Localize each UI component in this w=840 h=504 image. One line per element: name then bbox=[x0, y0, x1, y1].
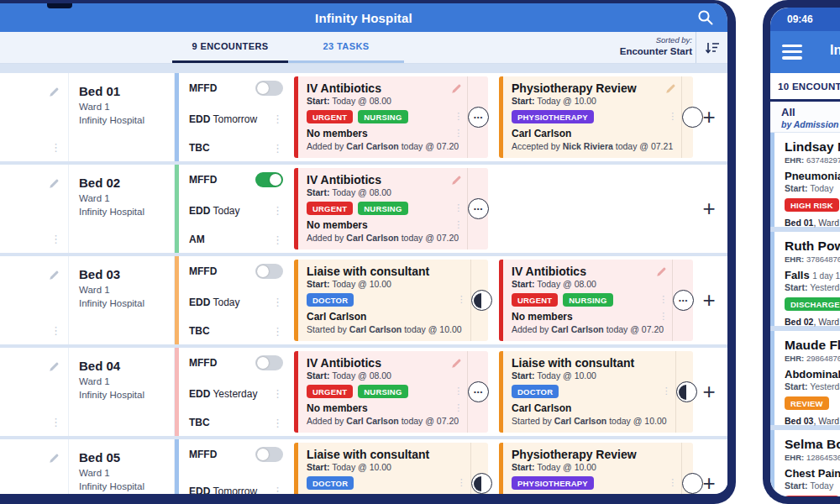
encounter-row: Bed 03 Ward 1 Infinity Hospital MFFD EDD… bbox=[0, 256, 727, 344]
edit-pencil-icon[interactable] bbox=[49, 270, 60, 281]
task-status-button[interactable] bbox=[675, 351, 697, 433]
bed-info[interactable]: Bed 03 Ward 1 Infinity Hospital bbox=[69, 256, 175, 344]
status-in-progress-icon bbox=[676, 381, 697, 402]
task-menu-icon[interactable] bbox=[457, 478, 466, 487]
row-menu-icon[interactable] bbox=[50, 142, 61, 153]
edit-pencil-icon[interactable] bbox=[49, 453, 60, 464]
edit-task-icon[interactable] bbox=[451, 175, 462, 186]
patient-ehr: EHR: 6374829739 bbox=[785, 155, 840, 165]
slot-menu-icon[interactable] bbox=[272, 234, 283, 245]
status-in-progress-icon bbox=[471, 290, 492, 311]
hamburger-menu-icon[interactable] bbox=[782, 45, 802, 63]
high-risk-badge: HIGH RISK bbox=[785, 198, 839, 212]
task-title: Liaise with consultant bbox=[512, 356, 667, 370]
task-title: IV Antibiotics bbox=[307, 356, 459, 370]
task-card[interactable]: Physiotherapy Review Start: Today @ 10.0… bbox=[499, 76, 693, 158]
task-card[interactable]: IV Antibiotics Start: Today @ 08.00 URGE… bbox=[294, 168, 488, 249]
edit-pencil-icon[interactable] bbox=[49, 361, 60, 372]
task-card[interactable]: Liaise with consultant Start: Today @ 10… bbox=[499, 351, 693, 433]
mffd-toggle[interactable] bbox=[255, 355, 283, 370]
add-task-button[interactable] bbox=[698, 198, 720, 220]
task-status-button[interactable] bbox=[467, 76, 489, 158]
task-menu-icon[interactable] bbox=[454, 203, 463, 213]
bed-info[interactable]: Bed 05 Ward 1 Infinity Hospital bbox=[69, 439, 175, 504]
task-card[interactable]: IV Antibiotics Start: Today @ 08.00 URGE… bbox=[294, 351, 488, 433]
mffd-toggle[interactable] bbox=[255, 264, 283, 279]
bed-info[interactable]: Bed 01 Ward 1 Infinity Hospital bbox=[69, 73, 175, 161]
edit-pencil-icon[interactable] bbox=[49, 178, 60, 189]
task-area: IV Antibiotics Start: Today @ 08.00 URGE… bbox=[290, 348, 727, 436]
edd-menu-icon[interactable] bbox=[272, 297, 283, 307]
encounter-edit-cell bbox=[0, 439, 69, 504]
task-members: Carl Carlson bbox=[512, 402, 667, 414]
bed-info[interactable]: Bed 02 Ward 1 Infinity Hospital bbox=[69, 165, 175, 253]
slot-menu-icon[interactable] bbox=[272, 326, 283, 337]
edd-menu-icon[interactable] bbox=[272, 388, 283, 399]
edit-task-icon[interactable] bbox=[451, 83, 462, 94]
row-menu-icon[interactable] bbox=[50, 234, 61, 244]
task-menu-icon[interactable] bbox=[454, 129, 463, 138]
add-task-button[interactable] bbox=[698, 473, 720, 495]
patient-card[interactable]: Selma Bouvier EHR: 1286453631 Chest Pain… bbox=[770, 430, 840, 496]
patient-card[interactable]: Lindsay Naegle EHR: 6374829739 Pneumonia… bbox=[770, 133, 840, 227]
mffd-label: MFFD bbox=[189, 449, 217, 460]
task-status-button[interactable] bbox=[470, 443, 492, 504]
task-card[interactable]: Liaise with consultant Start: Today @ 10… bbox=[294, 260, 488, 341]
task-card[interactable]: Liaise with consultant Start: Today @ 10… bbox=[294, 443, 488, 504]
task-menu-icon[interactable] bbox=[668, 478, 677, 487]
edd-menu-icon[interactable] bbox=[272, 205, 283, 216]
task-menu-icon[interactable] bbox=[454, 386, 463, 396]
patient-card[interactable]: Ruth Powers EHR: 3786487651 Falls 1 day … bbox=[770, 232, 840, 326]
nursing-badge: NURSING bbox=[358, 110, 407, 123]
bed-info[interactable]: Bed 04 Ward 1 Infinity Hospital bbox=[69, 348, 175, 436]
tab-tasks[interactable]: 23 TASKS bbox=[288, 32, 404, 63]
patient-name: Maude Flanders bbox=[785, 338, 840, 353]
add-task-button[interactable] bbox=[698, 381, 720, 403]
task-status-button[interactable] bbox=[470, 260, 492, 341]
task-menu-icon[interactable] bbox=[454, 112, 463, 121]
mffd-toggle[interactable] bbox=[255, 447, 283, 462]
phone-filter-bar[interactable]: All by Admission date bbox=[770, 102, 840, 133]
task-status-button[interactable] bbox=[672, 260, 694, 341]
edd-label: EDD bbox=[189, 113, 210, 125]
task-card[interactable]: Physiotherapy Review Start: Today @ 10.0… bbox=[499, 443, 693, 504]
row-menu-icon[interactable] bbox=[50, 325, 61, 336]
task-card[interactable]: IV Antibiotics Start: Today @ 08.00 URGE… bbox=[294, 76, 488, 158]
mffd-toggle[interactable] bbox=[255, 81, 283, 96]
edit-task-icon[interactable] bbox=[451, 358, 462, 369]
edit-pencil-icon[interactable] bbox=[49, 87, 60, 97]
patient-card[interactable]: Maude Flanders EHR: 2986487631 Abdominal… bbox=[770, 331, 840, 425]
edit-task-icon[interactable] bbox=[665, 83, 676, 94]
task-status-button[interactable] bbox=[467, 351, 489, 433]
ward-name: Ward 1 bbox=[79, 468, 110, 478]
task-menu-icon[interactable] bbox=[662, 386, 671, 396]
task-start: Start: Today @ 10.00 bbox=[512, 96, 673, 106]
edd-menu-icon[interactable] bbox=[272, 486, 283, 496]
task-menu-icon[interactable] bbox=[659, 312, 668, 321]
task-menu-icon[interactable] bbox=[668, 112, 677, 121]
task-menu-icon[interactable] bbox=[457, 295, 466, 304]
sort-button[interactable] bbox=[696, 32, 727, 63]
task-footer: Added by Carl Carlson today @ 07.20 bbox=[307, 141, 459, 151]
status-pending-icon bbox=[468, 107, 489, 128]
phone-tab-bar: 10 ENCOUNTERS bbox=[770, 73, 840, 102]
tab-encounters[interactable]: 9 ENCOUNTERS bbox=[172, 32, 288, 63]
search-icon[interactable] bbox=[697, 9, 714, 26]
edit-task-icon[interactable] bbox=[656, 266, 667, 277]
phone-tab-encounters[interactable]: 10 ENCOUNTERS bbox=[778, 81, 840, 92]
urgent-badge: URGENT bbox=[307, 385, 353, 398]
mffd-toggle[interactable] bbox=[255, 172, 283, 187]
add-task-button[interactable] bbox=[698, 107, 720, 129]
task-menu-icon[interactable] bbox=[659, 295, 668, 304]
slot-menu-icon[interactable] bbox=[272, 417, 283, 428]
app-header: Infinity Hospital bbox=[0, 3, 727, 32]
edd-menu-icon[interactable] bbox=[272, 113, 283, 124]
add-task-button[interactable] bbox=[698, 290, 720, 312]
row-menu-icon[interactable] bbox=[50, 417, 61, 428]
slot-value: AM bbox=[189, 234, 205, 245]
task-status-button[interactable] bbox=[467, 168, 489, 249]
task-card[interactable]: IV Antibiotics Start: Today @ 08.00 URGE… bbox=[499, 260, 693, 341]
task-menu-icon[interactable] bbox=[454, 403, 463, 412]
task-menu-icon[interactable] bbox=[454, 220, 463, 229]
slot-menu-icon[interactable] bbox=[272, 143, 283, 154]
